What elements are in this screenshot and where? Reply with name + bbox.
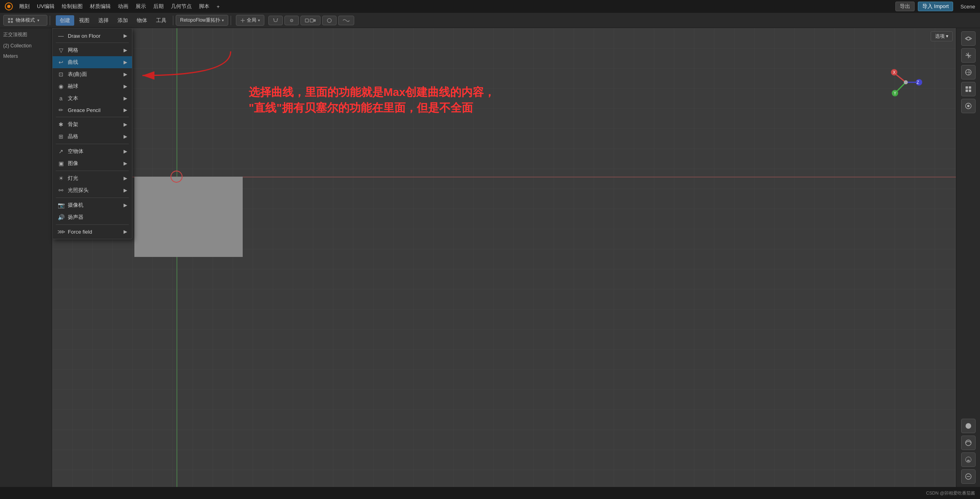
menu-select[interactable]: 选择	[94, 15, 113, 26]
menu-empty[interactable]: ↗ 空物体 ▶	[53, 145, 132, 157]
retopoflow-btn[interactable]: RetopoFlow重拓扑 ▾	[176, 15, 228, 26]
annotation-line1: 选择曲线，里面的功能就是Max创建曲线的内容，	[249, 84, 495, 100]
image-arrow: ▶	[124, 161, 127, 166]
menu-create[interactable]: 创建	[56, 15, 74, 26]
import-btn[interactable]: 导入 Import	[918, 2, 953, 11]
menu-add[interactable]: 添加	[114, 15, 132, 26]
speaker-icon: 🔊	[57, 214, 65, 220]
mode-label: 物体模式	[16, 17, 35, 24]
separator-3	[231, 16, 231, 25]
vertical-axis	[177, 28, 177, 487]
wave-icon	[343, 18, 350, 23]
camera-arrow: ▶	[124, 202, 127, 208]
wave-btn[interactable]	[338, 16, 354, 25]
global-arrow: ▾	[258, 18, 260, 22]
separator-2	[173, 16, 173, 25]
options-btn[interactable]: 选项 ▾	[931, 31, 953, 41]
menu-text[interactable]: a 文本 ▶	[53, 92, 132, 104]
menu-light[interactable]: ☀ 灯光 ▶	[53, 172, 132, 184]
light-probe-arrow: ▶	[124, 187, 127, 193]
eye-icon	[965, 35, 972, 42]
menu-object[interactable]: 物体	[133, 15, 151, 26]
menu-item-left-meta: ◉ 融球	[57, 83, 78, 90]
menu-scripting[interactable]: 脚本	[196, 2, 213, 11]
curve-arrow: ▶	[124, 59, 127, 65]
menu-surface[interactable]: ⊡ 表(曲)面 ▶	[53, 68, 132, 80]
global-btn[interactable]: 全局 ▾	[236, 15, 264, 26]
menu-light-probe[interactable]: ⚯ 光照探头 ▶	[53, 184, 132, 196]
menu-item-left-curve: ↩ 曲线	[57, 59, 78, 66]
armature-icon: ✱	[57, 121, 65, 128]
menu-item-left-ff: ⋙ Force field	[57, 228, 92, 235]
menu-armature[interactable]: ✱ 骨架 ▶	[53, 118, 132, 130]
curve-label: 曲线	[68, 59, 78, 66]
world-btn[interactable]	[961, 65, 976, 79]
mode-dropdown-arrow: ▾	[37, 18, 39, 22]
global-label: 全局	[247, 17, 256, 24]
menu-view[interactable]: 视图	[75, 15, 93, 26]
svg-point-1	[7, 5, 10, 8]
menu-uv[interactable]: UV编辑	[34, 2, 58, 11]
blender-logo-icon	[5, 2, 13, 10]
separator-1	[50, 16, 50, 25]
menu-rendering[interactable]: 展示	[132, 2, 149, 11]
top-menu: 创建 视图 选择 添加 物体 工具	[56, 15, 170, 26]
view-settings-btn[interactable]	[961, 31, 976, 46]
menu-tools[interactable]: 工具	[152, 15, 170, 26]
svg-point-33	[966, 440, 971, 446]
svg-point-13	[327, 18, 331, 22]
snap-btn[interactable]	[284, 16, 299, 25]
xray-btn[interactable]	[961, 99, 976, 113]
menu-geometry[interactable]: 几何节点	[168, 2, 195, 11]
surface-icon: ⊡	[57, 71, 65, 77]
annotation-line2: "直线"拥有贝塞尔的功能在里面，但是不全面	[249, 100, 495, 116]
material-shading-btn[interactable]	[961, 436, 976, 450]
menu-material[interactable]: 材质编辑	[87, 2, 114, 11]
menu-lattice[interactable]: ⊞ 晶格 ▶	[53, 130, 132, 143]
menu-item-left-surface: ⊡ 表(曲)面	[57, 71, 87, 78]
menu-texture-paint[interactable]: 绘制贴图	[59, 2, 86, 11]
overlay-btn[interactable]	[961, 82, 976, 96]
menu-sep-4	[56, 171, 129, 171]
text-icon: a	[57, 95, 65, 102]
eevee-btn[interactable]	[961, 469, 976, 484]
metaball-arrow: ▶	[124, 84, 127, 89]
menu-grease-pencil[interactable]: ✏ Greace Pencil ▶	[53, 104, 132, 116]
gp-arrow: ▶	[124, 107, 127, 113]
left-panel: 正交顶视图 (2) Collection Meters	[0, 28, 52, 499]
proportional-btn[interactable]	[300, 16, 321, 25]
menu-speaker[interactable]: 🔊 扬声器	[53, 211, 132, 223]
menu-compositing[interactable]: 后期	[150, 2, 167, 11]
menu-image[interactable]: ▣ 图像 ▶	[53, 157, 132, 169]
menu-metaball[interactable]: ◉ 融球 ▶	[53, 80, 132, 92]
svg-rect-12	[314, 19, 316, 22]
viewport-gizmo-btn[interactable]	[961, 48, 976, 63]
menu-curve[interactable]: ↩ 曲线 ▶	[53, 56, 132, 68]
export-btn[interactable]: 导出	[895, 2, 915, 11]
status-bar: CSDN @卯相爱吃番茄酱	[0, 487, 980, 499]
orientation-gizmo[interactable]: Z Y X	[888, 64, 924, 100]
mesh-icon: ▽	[57, 47, 65, 53]
menu-camera[interactable]: 📷 摄像机 ▶	[53, 199, 132, 211]
solid-shading-btn[interactable]	[961, 419, 976, 433]
menu-mesh[interactable]: ▽ 网格 ▶	[53, 44, 132, 56]
circle-btn[interactable]	[322, 16, 337, 25]
menu-item-left-lat: ⊞ 晶格	[57, 133, 78, 140]
menu-animation[interactable]: 动画	[115, 2, 132, 11]
nav-gizmo[interactable]: Z Y X	[888, 64, 924, 100]
light-probe-icon: ⚯	[57, 187, 65, 193]
menu-force-field[interactable]: ⋙ Force field ▶	[53, 226, 132, 237]
menu-add[interactable]: +	[213, 3, 223, 10]
menu-draw-on-floor[interactable]: — Draw on Floor ▶	[53, 30, 132, 41]
overlay-icon	[965, 86, 972, 93]
gp-icon: ✏	[57, 107, 65, 113]
force-field-icon: ⋙	[57, 228, 65, 235]
annotation-text: 选择曲线，里面的功能就是Max创建曲线的内容， "直线"拥有贝塞尔的功能在里面，…	[249, 84, 495, 116]
magnet-btn[interactable]	[268, 16, 283, 25]
material-icon	[965, 439, 972, 446]
menu-sculpt[interactable]: 雕刻	[16, 2, 33, 11]
rendered-btn[interactable]	[961, 452, 976, 467]
light-label: 灯光	[68, 175, 78, 182]
menu-item-left-light: ☀ 灯光	[57, 175, 78, 182]
mode-selector[interactable]: 物体模式 ▾	[3, 15, 47, 26]
